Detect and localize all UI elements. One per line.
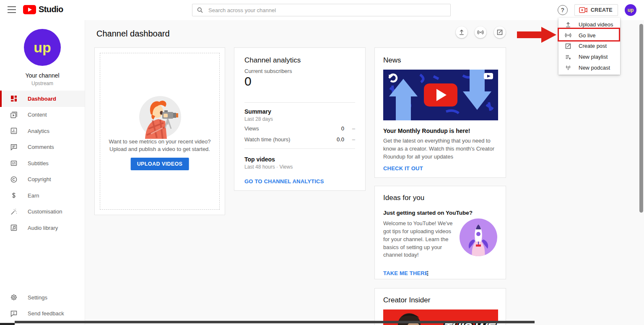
dashboard-icon [10, 95, 18, 102]
create-menu: Upload videos Go live Create post New pl… [558, 18, 620, 75]
sidebar-item-label: Comments [28, 144, 54, 150]
menu-item-create-post[interactable]: Create post [558, 41, 620, 52]
sidebar-item-label: Customisation [28, 208, 62, 215]
upload-card-text-line1: Want to see metrics on your recent video… [95, 138, 225, 145]
ideas-body: Welcome to YouTube! We've got tips for u… [383, 220, 457, 259]
top-bar: Studio ? CREATE up [0, 0, 644, 20]
news-body: Get the latest on everything that you ne… [383, 137, 497, 161]
current-subscribers-value: 0 [244, 74, 252, 88]
settings-icon [10, 294, 18, 301]
metric-label: Views [244, 125, 341, 132]
metric-row-watch-time: Watch time (hours) 0.0 – [244, 136, 355, 143]
upload-icon [458, 29, 465, 36]
help-icon[interactable]: ? [558, 5, 568, 15]
sidebar-item-earn[interactable]: Earn [0, 187, 85, 204]
news-card-title: News [383, 56, 401, 65]
search-input[interactable] [208, 7, 450, 14]
sidebar-item-analytics[interactable]: Analytics [0, 123, 85, 139]
bottom-window-edge [15, 321, 535, 323]
subtitles-icon [10, 159, 18, 167]
top-videos-period: Last 48 hours · Views [244, 164, 293, 170]
audio-library-icon [10, 224, 18, 231]
check-it-out-link[interactable]: CHECK IT OUT [383, 165, 423, 172]
metric-value: 0 [341, 125, 344, 132]
create-post-button[interactable] [494, 26, 506, 38]
overflow-menu-icon[interactable] [424, 270, 431, 277]
trend-dash-icon: – [350, 125, 355, 132]
bottom-window-edge-corner [0, 323, 15, 325]
sidebar-item-settings[interactable]: Settings [0, 289, 85, 306]
sidebar-item-label: Content [28, 112, 47, 118]
menu-item-label: New podcast [579, 65, 610, 71]
menu-item-label: Create post [579, 43, 607, 49]
upload-videos-button[interactable]: UPLOAD VIDEOS [131, 158, 189, 170]
upload-video-button[interactable] [456, 26, 467, 38]
menu-item-new-podcast[interactable]: New podcast [558, 62, 620, 73]
sidebar-item-audio-library[interactable]: Audio library [0, 220, 85, 236]
sidebar-item-label: Analytics [28, 128, 49, 134]
analytics-icon [10, 127, 18, 135]
go-to-channel-analytics-link[interactable]: GO TO CHANNEL ANALYTICS [244, 178, 324, 185]
sidebar-item-comments[interactable]: Comments [0, 139, 85, 156]
go-live-icon [477, 29, 484, 36]
summary-period: Last 28 days [244, 116, 273, 122]
sidebar-footer: Settings Send feedback [0, 289, 85, 322]
youtube-play-icon [23, 5, 36, 14]
sidebar-item-content[interactable]: Content [0, 107, 85, 123]
upload-icon [565, 21, 571, 28]
metric-label: Watch time (hours) [244, 136, 337, 143]
sidebar-item-dashboard[interactable]: Dashboard [0, 91, 85, 107]
sidebar-item-customisation[interactable]: Customisation [0, 204, 85, 220]
menu-item-label: Upload videos [579, 21, 613, 28]
news-thumbnail[interactable] [383, 70, 498, 120]
sidebar-item-label: Copyright [28, 176, 51, 182]
annotation-arrow-icon [517, 26, 557, 43]
menu-icon[interactable] [8, 6, 16, 13]
copyright-icon [10, 176, 18, 183]
create-post-icon [565, 43, 571, 49]
sidebar: up Your channel Upstream Dashboard Conte… [0, 20, 85, 325]
channel-analytics-card: Channel analytics Current subscribers 0 … [234, 47, 366, 191]
top-videos-title: Top videos [244, 156, 275, 163]
account-avatar[interactable]: up [625, 4, 636, 16]
insider-card-title: Creator Insider [383, 296, 430, 304]
sidebar-item-label: Audio library [28, 225, 58, 231]
create-button[interactable]: CREATE [574, 4, 618, 16]
page-title: Channel dashboard [96, 29, 170, 39]
divider [244, 148, 355, 149]
summary-title: Summary [244, 108, 271, 115]
divider [244, 102, 355, 103]
sidebar-item-copyright[interactable]: Copyright [0, 172, 85, 188]
news-card: News Your Monthly Roundup is here! Get t… [374, 47, 506, 178]
ideas-headline: Just getting started on YouTube? [383, 210, 473, 216]
go-live-button[interactable] [475, 26, 486, 38]
menu-item-new-playlist[interactable]: New playlist [558, 52, 620, 62]
new-podcast-icon [565, 64, 571, 71]
news-headline: Your Monthly Roundup is here! [383, 127, 470, 134]
new-playlist-icon [565, 54, 571, 60]
sidebar-item-label: Settings [28, 294, 47, 301]
sidebar-item-subtitles[interactable]: Subtitles [0, 155, 85, 172]
content-icon [10, 111, 18, 119]
studio-wordmark: Studio [39, 5, 63, 14]
sidebar-nav: Dashboard Content Analytics Comments [0, 91, 85, 236]
search-icon [197, 7, 203, 13]
analytics-card-title: Channel analytics [244, 56, 301, 65]
vertical-scrollbar-thumb[interactable] [639, 24, 643, 213]
metric-row-views: Views 0 – [244, 125, 355, 132]
cameraman-illustration [138, 95, 182, 139]
creator-insider-card: Creator Insider THIS WEEK [374, 288, 506, 325]
search-bar [192, 4, 451, 16]
annotation-highlight-box [558, 28, 620, 42]
create-video-icon [579, 7, 587, 13]
sidebar-item-label: Send feedback [28, 310, 64, 317]
channel-avatar[interactable]: up [24, 29, 61, 66]
take-me-there-link[interactable]: TAKE ME THERE [383, 270, 428, 276]
earn-icon [10, 192, 18, 199]
upload-card-text-line2: Upload and publish a video to get starte… [95, 146, 225, 152]
metric-value: 0.0 [337, 136, 344, 143]
upload-metrics-card: Want to see metrics on your recent video… [94, 47, 225, 215]
youtube-studio-logo[interactable]: Studio [23, 5, 63, 14]
trend-dash-icon: – [350, 136, 355, 143]
sidebar-item-send-feedback[interactable]: Send feedback [0, 306, 85, 322]
